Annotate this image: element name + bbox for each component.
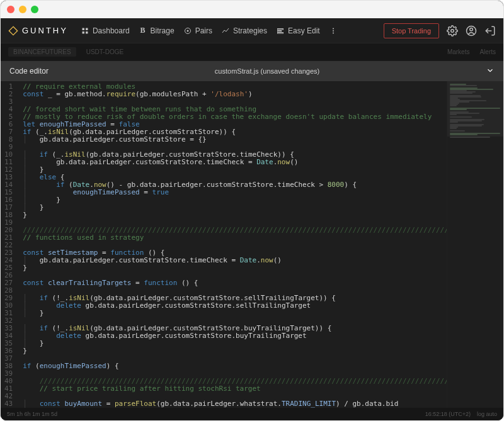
minimize-traffic-light[interactable]: [19, 6, 26, 13]
editor-filename: customStrat.js (unsaved changes): [49, 67, 486, 75]
minimap[interactable]: [447, 81, 503, 408]
status-clock: 16:52:18 (UTC+2): [425, 411, 471, 417]
pair-chip[interactable]: USDT-DOGE: [86, 48, 123, 55]
bitrage-icon: B: [139, 26, 147, 35]
dashboard-icon: [81, 26, 89, 35]
nav-strategies-label: Strategies: [233, 26, 267, 35]
line-number-gutter: 1234567891011121314151617181920212223242…: [1, 81, 19, 408]
nav-overflow[interactable]: [329, 26, 338, 35]
nav-bitrage-label: Bitrage: [151, 26, 175, 35]
logout-button[interactable]: [484, 25, 496, 36]
easy-edit-icon: [276, 26, 285, 35]
svg-point-12: [333, 32, 334, 33]
account-button[interactable]: [466, 25, 477, 36]
svg-marker-0: [9, 26, 17, 35]
pairs-icon: [183, 26, 192, 35]
svg-point-6: [186, 30, 188, 31]
svg-point-13: [451, 29, 454, 32]
main-nav: Dashboard B Bitrage Pairs Strategies Eas…: [81, 26, 338, 35]
nav-strategies[interactable]: Strategies: [221, 26, 267, 35]
alerts-label[interactable]: Alerts: [479, 48, 496, 55]
svg-point-15: [470, 28, 473, 31]
nav-pairs-label: Pairs: [195, 26, 212, 35]
brand: GUNTHY: [8, 26, 68, 36]
markets-label[interactable]: Markets: [447, 48, 470, 55]
code-editor-header: Code editor customStrat.js (unsaved chan…: [1, 61, 503, 81]
stop-trading-button[interactable]: Stop Trading: [384, 23, 439, 38]
svg-rect-7: [278, 28, 284, 30]
top-app-bar: GUNTHY Dashboard B Bitrage Pairs Strateg…: [1, 18, 503, 43]
editor-title: Code editor: [9, 67, 49, 76]
svg-point-10: [333, 28, 334, 29]
status-mode[interactable]: log auto: [477, 411, 497, 417]
code-editor[interactable]: 1234567891011121314151617181920212223242…: [1, 81, 503, 408]
svg-rect-3: [82, 31, 84, 34]
nav-pairs[interactable]: Pairs: [183, 26, 212, 35]
svg-point-11: [333, 30, 334, 31]
brand-logo-icon: [8, 26, 18, 36]
svg-rect-9: [278, 32, 284, 33]
kebab-icon: [329, 26, 338, 35]
nav-bitrage[interactable]: B Bitrage: [139, 26, 175, 35]
nav-easy-edit[interactable]: Easy Edit: [276, 26, 320, 35]
svg-rect-1: [82, 28, 84, 30]
status-timeframes[interactable]: 5m 1h 6h 1m 1m 5d: [7, 411, 57, 417]
nav-dashboard[interactable]: Dashboard: [81, 26, 130, 35]
brand-text: GUNTHY: [22, 26, 68, 35]
svg-rect-2: [86, 28, 88, 30]
editor-collapse-toggle[interactable]: [486, 66, 495, 77]
window-titlebar: [1, 1, 503, 18]
zoom-traffic-light[interactable]: [31, 6, 38, 13]
nav-easy-edit-label: Easy Edit: [288, 26, 320, 35]
code-content[interactable]: // require external modulesconst _ = gb.…: [19, 81, 447, 408]
app-window: GUNTHY Dashboard B Bitrage Pairs Strateg…: [0, 0, 504, 421]
svg-rect-4: [86, 31, 88, 34]
topbar-right: Stop Trading: [384, 23, 496, 38]
svg-rect-8: [278, 30, 282, 31]
close-traffic-light[interactable]: [7, 6, 14, 13]
market-subbar: BINANCEFUTURES USDT-DOGE Markets Alerts: [1, 43, 503, 61]
strategies-icon: [221, 26, 230, 35]
exchange-chip[interactable]: BINANCEFUTURES: [8, 47, 76, 57]
nav-dashboard-label: Dashboard: [93, 26, 130, 35]
settings-button[interactable]: [447, 25, 458, 36]
status-bar: 5m 1h 6h 1m 1m 5d 16:52:18 (UTC+2) log a…: [1, 408, 503, 420]
